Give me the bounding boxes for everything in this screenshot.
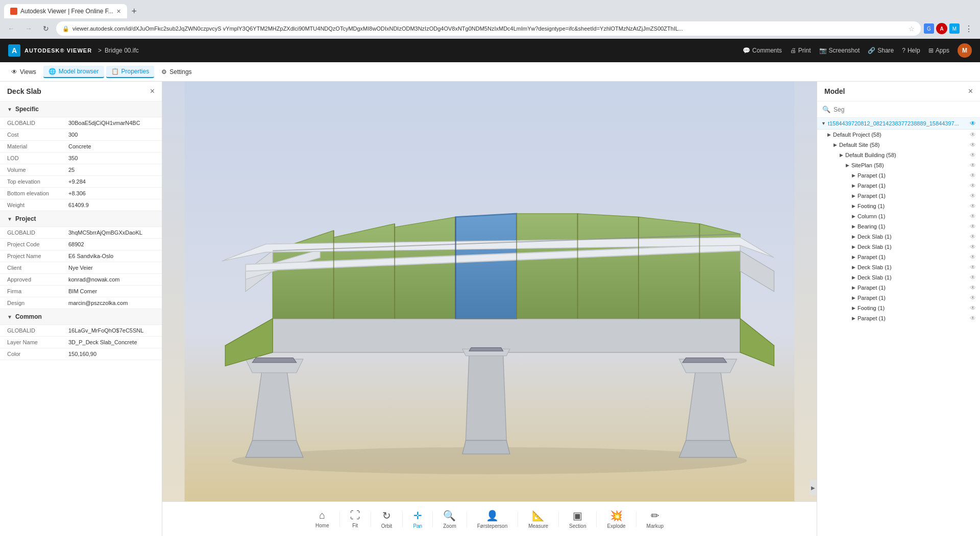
tree-eye-icon[interactable]: 👁 (970, 284, 976, 291)
tree-item[interactable]: ▶ Parapet (1) 👁 (817, 170, 980, 181)
tool-home-button[interactable]: ⌂ Home (305, 506, 339, 531)
tree-item[interactable]: ▶ Default Building (58) 👁 (817, 150, 980, 160)
back-button[interactable]: ← (4, 21, 18, 36)
tree-item[interactable]: ▶ Column (1) 👁 (817, 211, 980, 221)
url-bar[interactable]: 🔒 viewer.autodesk.com/id/dXJuOmFkc2sub2J… (56, 21, 921, 36)
adblock-button[interactable]: A (936, 23, 947, 34)
tree-eye-icon[interactable]: 👁 (970, 151, 976, 159)
tree-item[interactable]: ▶ Parapet (1) 👁 (817, 181, 980, 191)
tool-markup-button[interactable]: ✏ Markup (636, 506, 674, 532)
tree-item[interactable]: ▶ Bearing (1) 👁 (817, 221, 980, 232)
tree-item[interactable]: ▶ Footing (1) 👁 (817, 201, 980, 211)
active-tab[interactable]: Autodesk Viewer | Free Online F... ✕ (4, 4, 127, 18)
tool-explode-button[interactable]: 💥 Explode (597, 506, 635, 532)
forward-button[interactable]: → (21, 21, 36, 36)
tree-eye-icon[interactable]: 👁 (970, 223, 976, 230)
print-button[interactable]: 🖨 Print (790, 47, 811, 54)
tree-arrow-icon: ▶ (840, 152, 843, 158)
star-icon: ☆ (909, 25, 915, 33)
bottom-toolbar-wrapper: ⌂ Home ⛶ Fit ↻ Orbit ✛ Pan 🔍 Zoom 👤 Førs… (162, 501, 817, 536)
person-label: Førsteperson (477, 523, 507, 529)
extensions-button[interactable]: G (924, 23, 934, 34)
section-header-project[interactable]: ▼Project (0, 211, 162, 227)
tab-close-button[interactable]: ✕ (116, 8, 121, 15)
section-header-common[interactable]: ▼Common (0, 309, 162, 325)
tool-measure-button[interactable]: 📐 Measure (518, 506, 558, 532)
tree-eye-icon[interactable]: 👁 (970, 202, 976, 210)
screenshot-button[interactable]: 📷 Screenshot (819, 47, 860, 54)
tree-item[interactable]: ▶ Parapet (1) 👁 (817, 293, 980, 303)
tree-eye-icon[interactable]: 👁 (970, 213, 976, 220)
tree-item[interactable]: ▶ Parapet (1) 👁 (817, 313, 980, 323)
user-avatar[interactable]: M (958, 43, 972, 58)
tree-eye-icon[interactable]: 👁 (970, 253, 976, 261)
settings-button[interactable]: ⚙ Settings (156, 66, 197, 78)
tree-eye-icon[interactable]: 👁 (970, 131, 976, 138)
tree-eye-icon[interactable]: 👁 (970, 304, 976, 312)
tree-eye-icon[interactable]: 👁 (970, 162, 976, 169)
tree-eye-icon[interactable]: 👁 (970, 243, 976, 250)
tree-item[interactable]: ▶ Parapet (1) 👁 (817, 283, 980, 293)
help-button[interactable]: ? Help (902, 47, 920, 54)
new-tab-button[interactable]: + (127, 4, 141, 18)
apps-button[interactable]: ⊞ Apps (928, 47, 949, 54)
person-icon: 👤 (486, 509, 499, 522)
properties-panel-close-button[interactable]: × (150, 87, 155, 96)
tree-root-item[interactable]: ▼ t1584439720812_08214238377238889_15844… (817, 118, 980, 130)
tree-root-eye-icon[interactable]: 👁 (970, 120, 976, 127)
svg-marker-9 (682, 358, 726, 363)
tree-item[interactable]: ▶ Parapet (1) 👁 (817, 191, 980, 201)
tool-zoom-button[interactable]: 🔍 Zoom (433, 506, 467, 532)
model-search-input[interactable] (834, 106, 975, 113)
tree-item[interactable]: ▶ Deck Slab (1) 👁 (817, 272, 980, 283)
tree-item-label: Deck Slab (1) (857, 244, 970, 250)
print-icon: 🖨 (790, 47, 796, 54)
tree-item[interactable]: ▶ Default Site (58) 👁 (817, 140, 980, 150)
3d-viewport[interactable]: ⌂ Home ⛶ Fit ↻ Orbit ✛ Pan 🔍 Zoom 👤 Førs… (162, 82, 817, 536)
tree-item[interactable]: ▶ Default Project (58) 👁 (817, 130, 980, 140)
tree-arrow-icon: ▶ (827, 132, 831, 137)
tree-item-label: Parapet (1) (857, 193, 970, 199)
tree-arrow-icon: ▶ (852, 265, 855, 270)
model-browser-close-button[interactable]: × (968, 87, 973, 96)
model-browser-button[interactable]: 🌐 Model browser (43, 66, 104, 78)
tree-eye-icon[interactable]: 👁 (970, 315, 976, 322)
tree-eye-icon[interactable]: 👁 (970, 274, 976, 281)
tool-person-button[interactable]: 👤 Førsteperson (467, 506, 518, 532)
svg-marker-8 (252, 358, 296, 363)
tree-eye-icon[interactable]: 👁 (970, 192, 976, 199)
tool-pan-button[interactable]: ✛ Pan (403, 506, 432, 532)
tree-item[interactable]: ▶ Footing (1) 👁 (817, 303, 980, 313)
tree-eye-icon[interactable]: 👁 (970, 182, 976, 189)
section-name-1: Project (15, 215, 36, 222)
tree-eye-icon[interactable]: 👁 (970, 233, 976, 240)
right-panel-collapse-handle[interactable]: ▶ (810, 480, 817, 495)
refresh-button[interactable]: ↻ (39, 21, 53, 36)
breadcrumb-file[interactable]: Bridge 00.ifc (105, 47, 139, 54)
comments-button[interactable]: 💬 Comments (743, 47, 782, 54)
tree-item[interactable]: ▶ Parapet (1) 👁 (817, 252, 980, 262)
breadcrumb: > Bridge 00.ifc (98, 47, 139, 54)
tree-item-label: Parapet (1) (857, 295, 970, 301)
tree-item[interactable]: ▶ Deck Slab (1) 👁 (817, 262, 980, 272)
share-button[interactable]: 🔗 Share (868, 47, 894, 54)
settings-icon: ⚙ (161, 68, 167, 75)
properties-button[interactable]: 📋 Properties (106, 66, 155, 78)
tree-eye-icon[interactable]: 👁 (970, 172, 976, 179)
tool-orbit-button[interactable]: ↻ Orbit (371, 506, 403, 532)
ms-button[interactable]: M (949, 23, 960, 34)
more-button[interactable]: ⋮ (962, 21, 976, 36)
property-row: Cost300 (0, 129, 162, 141)
tree-item[interactable]: ▶ SitePlan (58) 👁 (817, 160, 980, 170)
section-header-specific[interactable]: ▼Specific (0, 101, 162, 117)
tree-eye-icon[interactable]: 👁 (970, 264, 976, 271)
bottom-toolbar: ⌂ Home ⛶ Fit ↻ Orbit ✛ Pan 🔍 Zoom 👤 Førs… (305, 506, 674, 532)
tree-eye-icon[interactable]: 👁 (970, 141, 976, 148)
tool-fit-button[interactable]: ⛶ Fit (340, 506, 371, 531)
header-actions: 💬 Comments 🖨 Print 📷 Screenshot 🔗 Share … (743, 43, 972, 58)
tree-item[interactable]: ▶ Deck Slab (1) 👁 (817, 242, 980, 252)
tree-item[interactable]: ▶ Deck Slab (1) 👁 (817, 232, 980, 242)
tree-eye-icon[interactable]: 👁 (970, 294, 976, 301)
views-button[interactable]: 👁 Views (6, 66, 41, 78)
tool-section-button[interactable]: ▣ Section (559, 506, 596, 532)
